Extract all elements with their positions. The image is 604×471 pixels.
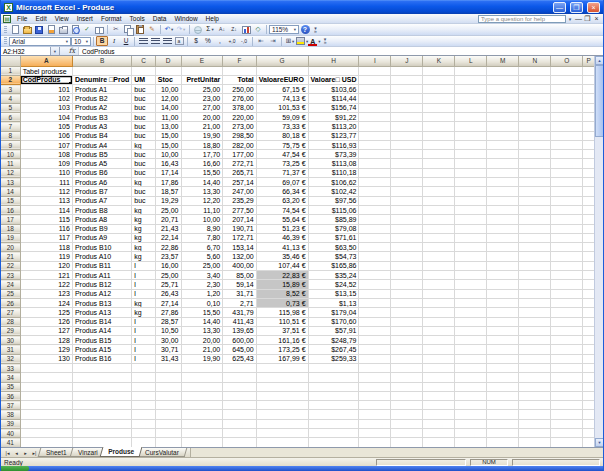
cell-E35[interactable] [181, 382, 223, 391]
cell-A21[interactable]: 119 [20, 252, 72, 261]
workbook-minimize-button[interactable]: — [574, 15, 583, 22]
bold-button[interactable]: B [96, 36, 108, 46]
cell-F31[interactable]: 645,00 [223, 345, 256, 354]
cell-J29[interactable] [391, 326, 423, 335]
cell-P2[interactable] [583, 75, 595, 84]
cell-E3[interactable]: 25,00 [181, 85, 223, 94]
cell-J13[interactable] [391, 178, 423, 187]
row-header-28[interactable]: 28 [1, 317, 20, 326]
cell-L40[interactable] [455, 429, 487, 438]
cell-K41[interactable] [423, 438, 455, 447]
cell-N41[interactable] [519, 438, 551, 447]
cell-P18[interactable] [583, 224, 595, 233]
cell-M33[interactable] [487, 364, 519, 373]
menu-data[interactable]: Data [149, 15, 171, 22]
row-header-34[interactable]: 34 [1, 373, 20, 382]
cell-F26[interactable]: 2,71 [223, 298, 256, 307]
cell-A12[interactable]: 110 [20, 168, 72, 177]
cell-N19[interactable] [519, 233, 551, 242]
cell-O21[interactable] [551, 252, 583, 261]
cell-J9[interactable] [391, 140, 423, 149]
cell-K11[interactable] [423, 159, 455, 168]
cell-C39[interactable] [132, 419, 155, 428]
tab-scroll-previous-icon[interactable]: ◂ [12, 448, 21, 457]
cell-H38[interactable] [308, 410, 359, 419]
cell-F7[interactable]: 273,00 [223, 122, 256, 131]
cell-B33[interactable] [72, 364, 131, 373]
cell-K24[interactable] [423, 280, 455, 289]
cell-K16[interactable] [423, 205, 455, 214]
cell-D36[interactable] [155, 391, 181, 400]
select-all-corner[interactable] [1, 56, 20, 66]
cell-G39[interactable] [256, 419, 308, 428]
cell-J10[interactable] [391, 150, 423, 159]
cell-N38[interactable] [519, 410, 551, 419]
cell-P13[interactable] [583, 178, 595, 187]
scroll-down-icon[interactable]: ▼ [595, 438, 604, 447]
cell-L35[interactable] [455, 382, 487, 391]
cell-C26[interactable]: kg [132, 298, 155, 307]
col-header-D[interactable]: D [155, 56, 181, 66]
cell-F41[interactable] [223, 438, 256, 447]
cell-M8[interactable] [487, 131, 519, 140]
cell-H8[interactable]: $123,77 [308, 131, 359, 140]
cell-M41[interactable] [487, 438, 519, 447]
cell-J21[interactable] [391, 252, 423, 261]
cell-M12[interactable] [487, 168, 519, 177]
cell-G5[interactable]: 101,53 € [256, 103, 308, 112]
font-name-button[interactable]: Arial▾ [9, 37, 71, 46]
row-header-19[interactable]: 19 [1, 233, 20, 242]
name-box[interactable]: A2:H32 [1, 47, 51, 55]
cell-O15[interactable] [551, 196, 583, 205]
cell-F14[interactable]: 247,00 [223, 187, 256, 196]
cell-C3[interactable]: buc [132, 85, 155, 94]
cell-B17[interactable]: Produs A8 [72, 215, 131, 224]
cell-D38[interactable] [155, 410, 181, 419]
cell-N5[interactable] [519, 103, 551, 112]
cell-B13[interactable]: Produs A6 [72, 178, 131, 187]
cell-H40[interactable] [308, 429, 359, 438]
zoom-button[interactable]: 115%▾ [269, 25, 299, 34]
cell-J17[interactable] [391, 215, 423, 224]
cell-A2[interactable]: CodProdus [20, 75, 72, 84]
cell-G23[interactable]: 22,83 € [256, 271, 308, 280]
name-box-dropdown-icon[interactable]: ▾ [51, 47, 60, 55]
cell-K35[interactable] [423, 382, 455, 391]
cell-J32[interactable] [391, 354, 423, 363]
cell-E4[interactable]: 23,00 [181, 94, 223, 103]
cell-K21[interactable] [423, 252, 455, 261]
cell-G2[interactable]: ValoareEURO [256, 75, 308, 84]
cell-A25[interactable]: 123 [20, 289, 72, 298]
open-button[interactable] [21, 25, 33, 35]
cell-D3[interactable]: 10,00 [155, 85, 181, 94]
cell-B19[interactable]: Produs A9 [72, 233, 131, 242]
cell-D35[interactable] [155, 382, 181, 391]
col-header-B[interactable]: B [72, 56, 131, 66]
cell-I30[interactable] [359, 336, 391, 345]
cell-P4[interactable] [583, 94, 595, 103]
cell-C14[interactable]: buc [132, 187, 155, 196]
cell-L6[interactable] [455, 112, 487, 121]
cell-B32[interactable]: Produs B16 [72, 354, 131, 363]
underline-button[interactable]: U [120, 36, 132, 46]
cell-M30[interactable] [487, 336, 519, 345]
cell-N29[interactable] [519, 326, 551, 335]
cell-F32[interactable]: 625,43 [223, 354, 256, 363]
undo-button[interactable]: ↶▾ [163, 25, 175, 35]
cell-M4[interactable] [487, 94, 519, 103]
cell-B34[interactable] [72, 373, 131, 382]
restore-button[interactable]: ❐ [570, 2, 583, 13]
cell-L28[interactable] [455, 317, 487, 326]
row-header-6[interactable]: 6 [1, 112, 20, 121]
cell-K10[interactable] [423, 150, 455, 159]
cell-N33[interactable] [519, 364, 551, 373]
cell-A18[interactable]: 116 [20, 224, 72, 233]
cell-K6[interactable] [423, 112, 455, 121]
help-button[interactable]: ? [299, 25, 311, 35]
cell-N7[interactable] [519, 122, 551, 131]
cell-E12[interactable]: 15,50 [181, 168, 223, 177]
cell-I33[interactable] [359, 364, 391, 373]
cell-D40[interactable] [155, 429, 181, 438]
cell-C36[interactable] [132, 391, 155, 400]
cell-O39[interactable] [551, 419, 583, 428]
